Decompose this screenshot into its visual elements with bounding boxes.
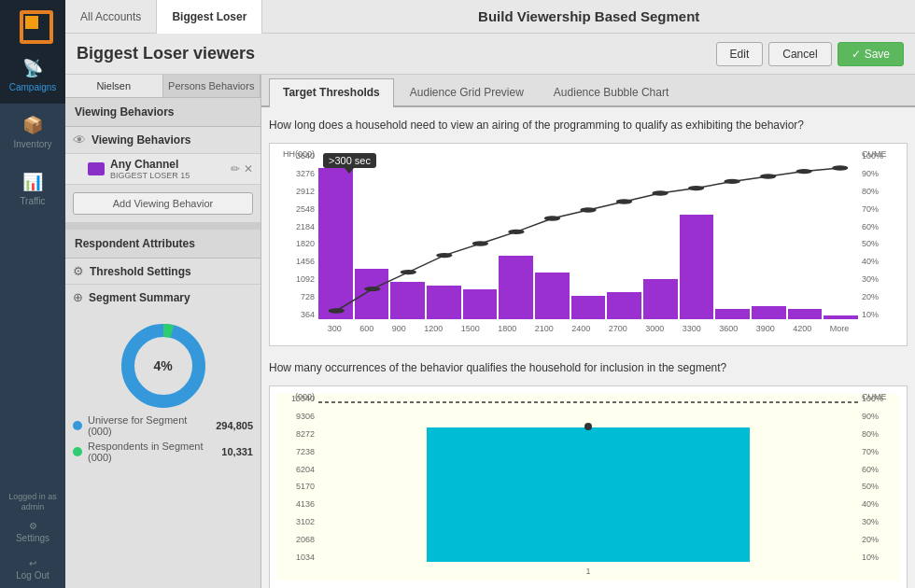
logout-icon: ↩ — [29, 558, 36, 568]
sidebar-item-label: Campaigns — [9, 82, 57, 92]
chart1-y-labels: 3640 3276 2912 2548 2184 1820 1456 1092 … — [277, 151, 318, 319]
campaigns-icon: 📡 — [22, 58, 43, 78]
bar-item — [643, 279, 678, 319]
header-row: Biggest Loser viewers Edit Cancel ✓ Save — [65, 34, 915, 75]
viewing-behaviors-label: Viewing Behaviors — [92, 133, 190, 147]
sidebar-item-settings[interactable]: ⚙ Settings — [0, 513, 65, 551]
threshold-settings-label: Threshold Settings — [90, 265, 191, 278]
universe-dot — [73, 421, 82, 430]
top-bar: All Accounts Biggest Loser Build Viewers… — [65, 0, 915, 34]
bar-item — [355, 269, 389, 319]
chart2-x-labels: 1 — [318, 562, 858, 581]
edit-button[interactable]: Edit — [716, 42, 764, 66]
tab-audience-grid-preview[interactable]: Audience Grid Preview — [396, 78, 538, 105]
channel-info: Any Channel BIGGEST LOSER 15 — [110, 158, 225, 180]
chart1-y-right: 100% 90% 80% 70% 60% 50% 40% 30% 20% 10% — [858, 151, 899, 319]
respondents-value: 10,331 — [221, 446, 253, 457]
channel-name: Any Channel — [110, 158, 225, 171]
tab-target-thresholds[interactable]: Target Thresholds — [269, 78, 394, 107]
tabs-row: Target Thresholds Audience Grid Preview … — [261, 75, 915, 107]
main-content: Biggest Loser viewers Edit Cancel ✓ Save… — [65, 34, 915, 588]
edit-channel-icon[interactable]: ✏ — [231, 162, 240, 175]
bars-area — [318, 151, 858, 319]
left-nav: 📡 Campaigns 📦 Inventory 📊 Traffic Logged… — [0, 0, 65, 588]
respondents-label: Respondents in Segment (000) — [88, 441, 216, 463]
segment-title: Biggest Loser viewers — [77, 44, 711, 63]
checkmark-icon: ✓ — [852, 48, 861, 61]
segment-summary-row[interactable]: ⊕ Segment Summary — [65, 285, 260, 310]
sidebar-item-logout[interactable]: ↩ Log Out — [0, 551, 65, 588]
channel-sub: BIGGEST LOSER 15 — [110, 171, 225, 180]
delete-channel-icon[interactable]: ✕ — [244, 162, 253, 175]
charts-area: How long does a household need to view a… — [261, 107, 915, 588]
viewing-behaviors-title: Viewing Behaviors — [65, 98, 260, 127]
tab-persons-behaviors[interactable]: Persons Behaviors — [163, 75, 261, 97]
tab-biggest-loser[interactable]: Biggest Loser — [157, 0, 262, 34]
bar-item — [463, 289, 498, 319]
chart1-question: How long does a household need to view a… — [269, 115, 908, 135]
donut-percent: 4% — [153, 358, 172, 373]
chart1-tooltip: >300 sec — [323, 153, 376, 168]
donut-container: 4% Universe for Segment (000) 294,805 Re… — [65, 310, 260, 474]
threshold-settings-row[interactable]: ⚙ Threshold Settings — [65, 259, 260, 285]
sidebar-item-label: Traffic — [20, 196, 45, 206]
universe-value: 294,805 — [216, 420, 253, 431]
tab-all-accounts[interactable]: All Accounts — [65, 0, 157, 34]
respondent-attributes-title: Respondent Attributes — [65, 230, 260, 259]
sidebar-item-inventory[interactable]: 📦 Inventory — [0, 104, 65, 161]
sidebar-item-campaigns[interactable]: 📡 Campaigns — [0, 47, 65, 104]
chart2-bars — [318, 394, 858, 562]
tab-nielsen[interactable]: Nielsen — [65, 75, 163, 97]
chart1-inner: >300 sec — [318, 151, 858, 319]
bar-item — [390, 282, 425, 319]
app-logo — [0, 0, 65, 47]
bar-item — [535, 273, 570, 319]
bar-item — [427, 286, 461, 319]
gear-icon: ⚙ — [73, 264, 84, 278]
settings-label: Settings — [16, 533, 49, 543]
tab-audience-bubble-chart[interactable]: Audience Bubble Chart — [540, 78, 683, 105]
chart1-container: HH(000) CUME 3640 3276 2912 2548 2184 18… — [269, 143, 908, 346]
chart2-inner — [318, 394, 858, 562]
bar-item — [788, 309, 823, 319]
bar-item — [499, 256, 533, 319]
inventory-icon: 📦 — [22, 115, 43, 135]
save-button[interactable]: ✓ Save — [838, 42, 904, 66]
respondents-legend: Respondents in Segment (000) 10,331 — [73, 441, 253, 463]
bar-item — [571, 296, 606, 319]
chart2-dot — [584, 423, 592, 430]
right-panel: Target Thresholds Audience Grid Preview … — [261, 75, 915, 588]
traffic-icon: 📊 — [22, 172, 43, 192]
logout-label: Log Out — [16, 570, 49, 581]
sidebar-item-traffic[interactable]: 📊 Traffic — [0, 161, 65, 217]
donut-chart: 4% — [117, 319, 210, 413]
respondents-dot — [73, 447, 82, 456]
chart2-bar — [427, 427, 751, 562]
chart2-container: (000) CUME 10340 9306 8272 7238 6204 517… — [269, 385, 908, 588]
body: Nielsen Persons Behaviors Viewing Behavi… — [65, 75, 915, 588]
chart2-y-right: 100% 90% 80% 70% 60% 50% 40% 30% 20% 10% — [858, 394, 899, 562]
settings-icon: ⚙ — [29, 521, 37, 531]
channel-actions: ✏ ✕ — [231, 162, 253, 175]
sidebar-item-label: Inventory — [13, 139, 51, 149]
chart2-y-labels: 10340 9306 8272 7238 6204 5170 4136 3102… — [277, 394, 318, 562]
segment-summary-label: Segment Summary — [89, 291, 190, 304]
page-title: Build Viewership Based Segment — [262, 8, 915, 24]
universe-legend: Universe for Segment (000) 294,805 — [73, 414, 253, 437]
bar-item — [715, 309, 750, 319]
panel-tabs: Nielsen Persons Behaviors — [65, 75, 260, 98]
bar-item — [680, 215, 714, 319]
logged-in-label: Logged in as admin — [0, 486, 65, 513]
cancel-button[interactable]: Cancel — [768, 42, 831, 66]
section-divider — [65, 222, 260, 230]
bar-chart-wrap: HH(000) CUME 3640 3276 2912 2548 2184 18… — [277, 151, 899, 338]
universe-label: Universe for Segment (000) — [88, 414, 210, 437]
eye-icon: 👁 — [73, 133, 86, 147]
summary-icon: ⊕ — [73, 290, 83, 304]
channel-color-swatch — [88, 162, 105, 175]
bar-item — [607, 292, 641, 319]
add-viewing-behavior-button[interactable]: Add Viewing Behavior — [73, 192, 253, 215]
bar-item — [318, 168, 353, 319]
viewing-behaviors-row: 👁 Viewing Behaviors — [65, 127, 260, 154]
channel-row: Any Channel BIGGEST LOSER 15 ✏ ✕ — [65, 154, 260, 185]
